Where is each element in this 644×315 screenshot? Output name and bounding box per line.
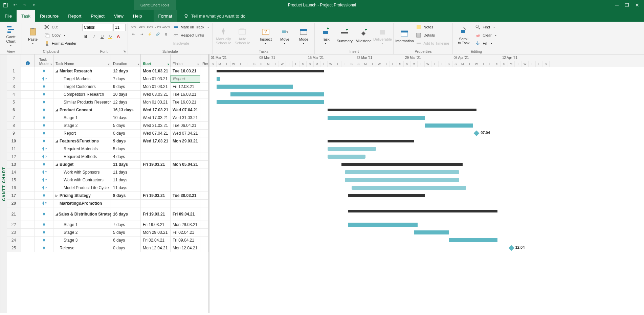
cell-start[interactable]: Wed 07.04.21 (141, 130, 171, 137)
scroll-to-task-button[interactable]: Scroll to Task (455, 24, 472, 48)
cell-resources[interactable] (200, 221, 208, 228)
cell-task-name[interactable]: Stage 3 (53, 237, 111, 244)
cell-resources[interactable] (200, 229, 208, 236)
cell-duration[interactable]: 10 days (111, 114, 141, 121)
task-bar[interactable] (328, 147, 376, 151)
row-number[interactable]: 13 (7, 161, 21, 168)
cell-resources[interactable] (200, 145, 208, 153)
task-row[interactable]: 13◢Budget11 daysFri 19.03.21Mon 05.04.21 (7, 161, 208, 168)
row-number[interactable]: 20 (7, 200, 21, 207)
cell-indicators[interactable] (21, 91, 35, 98)
cell-task-name[interactable]: ◢Sales & Distribution Strategy (53, 207, 111, 221)
cell-indicators[interactable] (21, 207, 35, 221)
task-row[interactable]: 23Stage 25 daysMon 29.03.21Fri 02.04.21 (7, 229, 208, 237)
save-icon[interactable] (3, 2, 8, 8)
cell-mode[interactable] (35, 122, 53, 129)
row-number[interactable]: 4 (7, 91, 21, 98)
cell-mode[interactable]: ? (35, 184, 53, 192)
task-row[interactable]: 3Target Customers9 daysMon 01.03.21Fri 1… (7, 83, 208, 91)
cell-indicators[interactable] (21, 83, 35, 90)
paste-button[interactable]: Paste ▾ (24, 24, 42, 48)
cell-task-name[interactable]: Stage 1 (53, 221, 111, 228)
cell-mode[interactable] (35, 221, 53, 228)
menu-task[interactable]: Task (17, 10, 35, 22)
task-bar[interactable] (230, 92, 324, 96)
row-number[interactable]: 12 (7, 153, 21, 160)
cell-duration[interactable]: 16 days (111, 207, 141, 221)
maximize-button[interactable]: ❐ (625, 2, 629, 8)
cell-mode[interactable] (35, 207, 53, 221)
cell-resources[interactable] (200, 75, 208, 83)
cell-mode[interactable] (35, 229, 53, 236)
cell-finish[interactable]: Fri 12.03.21 (171, 83, 200, 90)
cell-start[interactable]: Mon 01.03.21 (141, 67, 171, 75)
row-number[interactable]: 23 (7, 229, 21, 236)
cell-indicators[interactable] (21, 168, 35, 176)
cell-duration[interactable]: 7 days (111, 75, 141, 83)
task-row[interactable]: 25Release0 daysMon 12.04.21Mon 12.04.21 (7, 244, 208, 252)
respect-links-button[interactable]: Respect Links (172, 32, 210, 39)
summary-bar[interactable] (217, 70, 324, 72)
cell-start[interactable] (141, 200, 171, 207)
cell-finish[interactable]: Tue 06.04.21 (171, 122, 200, 129)
cell-indicators[interactable] (21, 244, 35, 252)
task-bar[interactable] (217, 100, 324, 104)
cell-indicators[interactable] (21, 200, 35, 207)
task-row[interactable]: 12?Required Methods4 days (7, 153, 208, 161)
cell-start[interactable]: Fri 19.03.21 (141, 207, 171, 221)
task-bar[interactable] (217, 85, 293, 89)
bold-button[interactable]: B (82, 32, 90, 40)
cell-mode[interactable] (35, 244, 53, 252)
menu-help[interactable]: Help (128, 10, 147, 22)
task-row[interactable]: 10◢Features&Functions9 daysWed 17.03.21M… (7, 137, 208, 145)
task-bar[interactable] (449, 238, 497, 242)
move-button[interactable]: Move▾ (276, 24, 293, 48)
cell-indicators[interactable] (21, 130, 35, 137)
cell-start[interactable]: Mon 01.03.21 (141, 98, 171, 106)
task-row[interactable]: 4Competitors Research10 daysWed 03.03.21… (7, 91, 208, 98)
row-number[interactable]: 3 (7, 83, 21, 90)
underline-button[interactable]: U (98, 32, 106, 40)
cell-indicators[interactable] (21, 192, 35, 199)
cell-finish[interactable]: Fri 09.04.21 (171, 207, 200, 221)
cell-indicators[interactable] (21, 75, 35, 83)
cell-finish[interactable]: Wed 31.03.21 (171, 114, 200, 121)
cell-finish[interactable]: Tue 16.03.21 (171, 67, 200, 75)
cell-duration[interactable]: 12 days (111, 67, 141, 75)
cell-duration[interactable]: 9 days (111, 83, 141, 90)
cell-resources[interactable] (200, 161, 208, 168)
task-row[interactable]: 8Stage 25 daysWed 31.03.21Tue 06.04.21 (7, 122, 208, 130)
cell-task-name[interactable]: Similar Products Research (53, 98, 111, 106)
summary-bar[interactable] (328, 109, 477, 111)
information-button[interactable]: Information (396, 24, 413, 48)
cell-mode[interactable] (35, 98, 53, 106)
cell-indicators[interactable] (21, 67, 35, 75)
cell-finish[interactable]: Mon 12.04.21 (171, 244, 200, 252)
cell-start[interactable] (141, 153, 171, 160)
cell-finish[interactable]: Tue 16.03.21 (171, 91, 200, 98)
inspect-button[interactable]: ?Inspect▾ (257, 24, 274, 48)
cell-mode[interactable]: ? (35, 153, 53, 160)
qat-dropdown-icon[interactable]: ▾ (31, 2, 37, 8)
cell-mode[interactable] (35, 114, 53, 121)
manually-schedule-button[interactable]: Manually Schedule (215, 24, 232, 48)
row-number[interactable]: 9 (7, 130, 21, 137)
task-row[interactable]: 1◢Market Research12 daysMon 01.03.21Tue … (7, 67, 208, 75)
add-timeline-button[interactable]: Add to Timeline (415, 40, 450, 47)
cell-mode[interactable]: ? (35, 75, 53, 83)
task-bar[interactable] (328, 116, 425, 120)
cell-task-name[interactable]: Stage 1 (53, 114, 111, 121)
row-number[interactable]: 21 (7, 207, 21, 221)
outdent-button[interactable]: ⇤ (130, 31, 137, 37)
task-bar[interactable] (348, 223, 418, 227)
cell-start[interactable] (141, 176, 171, 184)
font-color-button[interactable]: A (115, 32, 122, 40)
cell-indicators[interactable] (21, 114, 35, 121)
cell-mode[interactable] (35, 67, 53, 75)
fill-button[interactable]: Fill▾ (474, 40, 497, 47)
cell-mode[interactable]: ? (35, 145, 53, 153)
cell-finish[interactable]: Mon 29.03.21 (171, 137, 200, 145)
task-row[interactable]: 24Stage 36 daysFri 02.04.21Fri 09.04.21 (7, 237, 208, 244)
auto-schedule-button[interactable]: Auto Schedule (234, 24, 251, 48)
menu-format[interactable]: Format (154, 10, 177, 22)
